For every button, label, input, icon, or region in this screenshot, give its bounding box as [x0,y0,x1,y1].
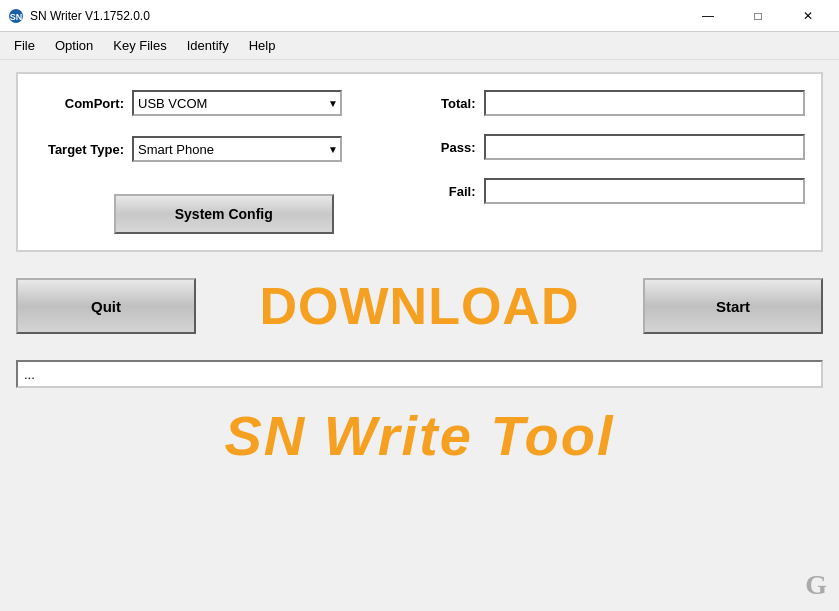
menu-key-files[interactable]: Key Files [103,34,176,57]
title-bar: SN SN Writer V1.1752.0.0 — □ ✕ [0,0,839,32]
status-text: ... [24,367,35,382]
pass-row: Pass: [426,134,806,160]
menu-option[interactable]: Option [45,34,103,57]
target-type-select-wrapper: Smart Phone Feature Phone Tablet [132,136,342,162]
pass-input[interactable] [484,134,806,160]
comport-select-wrapper: USB VCOM COM1 COM2 COM3 [132,90,342,116]
watermark-g: G [805,569,827,601]
config-panel: ComPort: USB VCOM COM1 COM2 COM3 Target … [16,72,823,252]
menu-identify[interactable]: Identify [177,34,239,57]
title-bar-text: SN Writer V1.1752.0.0 [30,9,685,23]
maximize-button[interactable]: □ [735,2,781,30]
menu-file[interactable]: File [4,34,45,57]
pass-label: Pass: [426,140,476,155]
system-config-button[interactable]: System Config [114,194,334,234]
start-button[interactable]: Start [643,278,823,334]
comport-row: ComPort: USB VCOM COM1 COM2 COM3 [34,90,414,116]
app-icon: SN [8,8,24,24]
title-bar-controls: — □ ✕ [685,2,831,30]
menu-help[interactable]: Help [239,34,286,57]
comport-select[interactable]: USB VCOM COM1 COM2 COM3 [132,90,342,116]
fail-row: Fail: [426,178,806,204]
comport-label: ComPort: [34,96,124,111]
download-label: DOWNLOAD [196,276,643,336]
right-config: Total: Pass: Fail: [426,90,806,234]
left-config: ComPort: USB VCOM COM1 COM2 COM3 Target … [34,90,414,234]
status-bar: ... [16,360,823,388]
svg-text:SN: SN [10,12,23,22]
content-wrapper: ComPort: USB VCOM COM1 COM2 COM3 Target … [0,60,839,611]
total-input[interactable] [484,90,806,116]
quit-button[interactable]: Quit [16,278,196,334]
minimize-button[interactable]: — [685,2,731,30]
target-type-label: Target Type: [34,142,124,157]
fail-label: Fail: [426,184,476,199]
total-row: Total: [426,90,806,116]
action-row: Quit DOWNLOAD Start [16,264,823,348]
close-button[interactable]: ✕ [785,2,831,30]
total-label: Total: [426,96,476,111]
main-content: ComPort: USB VCOM COM1 COM2 COM3 Target … [0,60,839,611]
target-type-row: Target Type: Smart Phone Feature Phone T… [34,136,414,162]
fail-input[interactable] [484,178,806,204]
bottom-label: SN Write Tool [16,408,823,472]
target-type-select[interactable]: Smart Phone Feature Phone Tablet [132,136,342,162]
menu-bar: File Option Key Files Identify Help [0,32,839,60]
